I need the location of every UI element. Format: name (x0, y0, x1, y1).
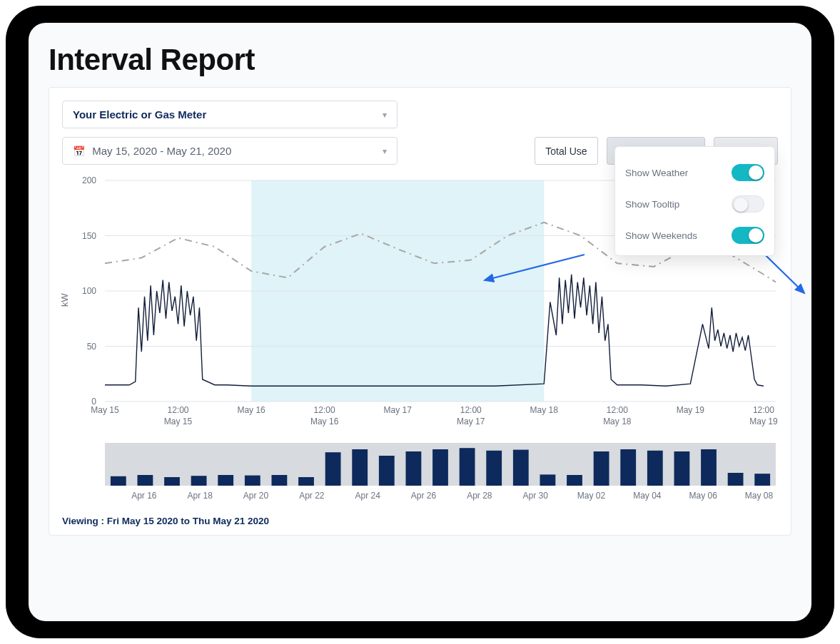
svg-text:May 17: May 17 (384, 405, 413, 415)
svg-text:May 04: May 04 (633, 491, 662, 501)
svg-rect-50 (674, 451, 689, 486)
svg-text:50: 50 (87, 342, 97, 352)
date-range-label: May 15, 2020 - May 21, 2020 (92, 145, 231, 157)
meter-select[interactable]: Your Electric or Gas Meter ▾ (62, 101, 398, 128)
svg-rect-43 (486, 451, 502, 486)
svg-text:May 08: May 08 (745, 491, 774, 501)
y-axis-label: kW (59, 293, 70, 307)
svg-text:May 18: May 18 (603, 416, 632, 426)
svg-text:May 19: May 19 (677, 405, 705, 415)
svg-rect-35 (271, 475, 287, 486)
options-panel: Show Weather Show Tooltip Show Weekends (614, 146, 775, 256)
svg-rect-39 (379, 456, 395, 486)
svg-rect-34 (245, 476, 260, 486)
mini-chart-wrap: Apr 16Apr 18Apr 20Apr 22Apr 24Apr 26Apr … (62, 441, 778, 510)
show-tooltip-label: Show Tooltip (625, 199, 679, 210)
svg-rect-46 (567, 475, 582, 486)
controls-row-1: Your Electric or Gas Meter ▾ (62, 101, 778, 128)
svg-text:Apr 30: Apr 30 (522, 491, 548, 501)
svg-rect-53 (754, 474, 770, 486)
svg-text:12:00: 12:00 (607, 405, 628, 415)
svg-rect-32 (191, 476, 207, 486)
report-card: Your Electric or Gas Meter ▾ 📅 May 15, 2… (49, 87, 791, 536)
date-range-select[interactable]: 📅 May 15, 2020 - May 21, 2020 ▾ (62, 137, 398, 165)
svg-text:12:00: 12:00 (168, 405, 189, 415)
show-weekends-toggle[interactable] (732, 227, 764, 244)
viewing-prefix: Viewing : (62, 516, 107, 526)
calendar-icon: 📅 (73, 145, 85, 157)
chevron-down-icon: ▾ (383, 110, 387, 120)
svg-rect-30 (137, 475, 153, 486)
viewing-range-text: Viewing : Fri May 15 2020 to Thu May 21 … (62, 516, 778, 526)
svg-rect-31 (164, 477, 180, 486)
show-weather-label: Show Weather (625, 168, 688, 178)
show-weekends-label: Show Weekends (625, 230, 697, 241)
svg-text:May 02: May 02 (577, 491, 606, 501)
page-title: Interval Report (49, 43, 791, 77)
svg-rect-48 (620, 449, 636, 486)
svg-rect-29 (111, 476, 126, 486)
overview-chart[interactable]: Apr 16Apr 18Apr 20Apr 22Apr 24Apr 26Apr … (62, 441, 783, 507)
svg-line-0 (485, 255, 585, 280)
svg-text:May 17: May 17 (457, 416, 485, 426)
total-use-button[interactable]: Total Use (535, 137, 597, 165)
svg-rect-33 (218, 475, 233, 486)
chevron-down-icon: ▾ (383, 146, 387, 156)
show-weather-toggle[interactable] (732, 164, 764, 181)
svg-rect-44 (513, 450, 529, 486)
svg-rect-41 (432, 449, 448, 486)
svg-text:May 15: May 15 (91, 405, 119, 415)
option-row-weekends: Show Weekends (625, 220, 764, 251)
svg-text:Apr 28: Apr 28 (467, 491, 492, 501)
svg-text:Apr 22: Apr 22 (299, 491, 325, 501)
svg-rect-40 (405, 451, 421, 486)
svg-rect-36 (298, 477, 314, 486)
svg-rect-47 (594, 451, 609, 486)
app-screen: Interval Report Your Electric or Gas Met… (29, 23, 811, 621)
svg-text:Apr 18: Apr 18 (187, 491, 213, 501)
svg-text:Apr 20: Apr 20 (243, 491, 269, 501)
svg-text:Apr 24: Apr 24 (355, 491, 380, 501)
annotation-arrow-left (477, 250, 592, 286)
svg-text:May 15: May 15 (164, 416, 193, 426)
svg-rect-49 (647, 451, 663, 486)
svg-rect-51 (701, 449, 717, 486)
tablet-frame: Interval Report Your Electric or Gas Met… (6, 6, 834, 638)
svg-rect-38 (352, 449, 368, 486)
option-row-tooltip: Show Tooltip (625, 188, 764, 220)
svg-text:May 18: May 18 (530, 405, 559, 415)
svg-text:12:00: 12:00 (753, 405, 774, 415)
option-row-weather: Show Weather (625, 157, 764, 188)
svg-text:May 06: May 06 (689, 491, 717, 501)
svg-text:12:00: 12:00 (460, 405, 482, 415)
svg-rect-42 (460, 448, 475, 486)
svg-text:Apr 16: Apr 16 (131, 491, 157, 501)
svg-rect-52 (728, 473, 744, 486)
svg-text:Apr 26: Apr 26 (411, 491, 437, 501)
viewing-range: Fri May 15 2020 to Thu May 21 2020 (107, 516, 269, 526)
svg-text:150: 150 (82, 231, 96, 241)
svg-text:May 19: May 19 (749, 416, 778, 426)
svg-rect-45 (540, 474, 555, 486)
svg-text:12:00: 12:00 (314, 405, 335, 415)
date-range-content: 📅 May 15, 2020 - May 21, 2020 (73, 145, 231, 157)
svg-text:May 16: May 16 (310, 416, 339, 426)
svg-text:200: 200 (82, 175, 96, 185)
meter-select-label: Your Electric or Gas Meter (73, 108, 206, 121)
svg-rect-37 (325, 452, 341, 486)
svg-text:May 16: May 16 (237, 405, 265, 415)
svg-text:100: 100 (82, 286, 96, 296)
show-tooltip-toggle[interactable] (732, 195, 764, 213)
